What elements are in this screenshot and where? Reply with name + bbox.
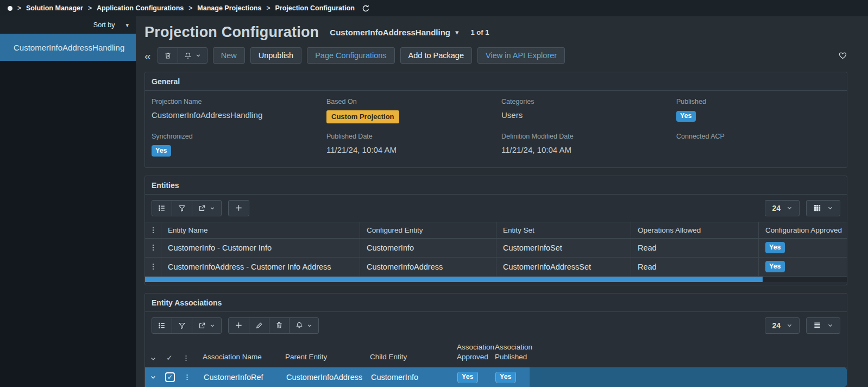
association-row-cells[interactable]: ✓ CustomerInfoRef CustomerInfoAddress Cu…	[145, 367, 530, 387]
column-header-entity-set[interactable]: Entity Set	[496, 222, 631, 238]
sidebar-item-label: CustomerInfoAddressHandling	[14, 43, 124, 52]
list-view-button[interactable]	[152, 201, 172, 216]
filter-button[interactable]	[172, 318, 192, 333]
entities-panel: Entities	[144, 176, 847, 285]
cell-child-entity: CustomerInfo	[362, 373, 449, 382]
cell-configuration-approved: Yes	[759, 239, 847, 257]
breadcrumb-projection-configuration[interactable]: Projection Configuration	[275, 4, 355, 12]
entities-panel-title: Entities	[145, 176, 847, 195]
filter-icon	[178, 322, 186, 329]
view-in-api-explorer-button[interactable]: View in API Explorer	[477, 47, 565, 64]
select-all-button[interactable]: ✓	[161, 353, 178, 367]
add-entity-button[interactable]	[229, 201, 249, 216]
column-header-configured-entity[interactable]: Configured Entity	[360, 222, 496, 238]
column-header-parent-entity[interactable]: Parent Entity	[276, 352, 361, 367]
entity-associations-panel: Entity Associations	[144, 293, 847, 387]
favorite-heart-icon[interactable]	[838, 51, 847, 60]
list-view-icon	[158, 322, 166, 329]
row-menu-button[interactable]	[145, 239, 161, 257]
entities-toolbar: 24	[145, 195, 847, 222]
kebab-icon	[183, 354, 190, 362]
add-to-package-button[interactable]: Add to Package	[400, 47, 472, 64]
record-selector[interactable]: CustomerInfoAddressHandling ▾	[330, 28, 458, 37]
page-configurations-button[interactable]: Page Configurations	[307, 47, 394, 64]
entities-view-group	[152, 200, 222, 216]
bell-icon	[184, 52, 192, 60]
list-view-button[interactable]	[152, 318, 172, 333]
field-connected-acp: Connected ACP	[676, 133, 840, 157]
entities-table-row[interactable]: CustomerInfoAddress - Customer Info Addr…	[145, 258, 847, 277]
entities-page-size-select[interactable]: 24	[765, 200, 800, 216]
grid-layout-icon	[813, 204, 821, 212]
chevron-down-icon	[150, 355, 156, 362]
field-value: CustomerInfoAddressHandling	[152, 110, 316, 122]
column-header-child-entity[interactable]: Child Entity	[361, 352, 448, 367]
export-dropdown-button[interactable]	[192, 201, 221, 216]
associations-page-size-select[interactable]: 24	[765, 317, 800, 334]
configuration-approved-badge: Yes	[765, 261, 785, 272]
cell-configured-entity: CustomerInfo	[360, 239, 496, 257]
entities-table-row[interactable]: CustomerInfo - Customer Info CustomerInf…	[145, 239, 847, 258]
field-projection-name: Projection Name CustomerInfoAddressHandl…	[152, 98, 316, 123]
row-expand-button[interactable]	[145, 374, 161, 380]
new-button[interactable]: New	[213, 47, 245, 64]
associations-table-row-selected[interactable]: ✓ CustomerInfoRef CustomerInfoAddress Cu…	[145, 367, 847, 387]
chevron-down-icon	[196, 53, 201, 58]
entities-table-header: Entity Name Configured Entity Entity Set…	[145, 222, 847, 239]
main-content: Projection Configuration CustomerInfoAdd…	[136, 16, 868, 387]
export-dropdown-button[interactable]	[192, 318, 221, 333]
add-association-button[interactable]	[229, 318, 249, 333]
notifications-dropdown-button[interactable]	[178, 48, 207, 63]
field-value: 11/21/24, 10:04 AM	[326, 145, 490, 157]
field-label: Published	[676, 98, 840, 105]
field-value	[676, 145, 840, 157]
synchronized-badge: Yes	[152, 145, 171, 157]
header-row-menu[interactable]	[145, 222, 161, 238]
actions-toolbar: « New Unpublish Page Configurations Add …	[136, 46, 868, 64]
column-header-operations-allowed[interactable]: Operations Allowed	[631, 222, 759, 238]
entity-associations-panel-title: Entity Associations	[145, 294, 847, 312]
chevron-down-icon	[150, 374, 156, 380]
column-header-association-published[interactable]: Association Published	[486, 342, 529, 367]
delete-association-button[interactable]	[269, 318, 289, 333]
edit-association-button[interactable]	[249, 318, 269, 333]
associations-layout-select[interactable]	[806, 317, 840, 334]
row-checkbox[interactable]: ✓	[161, 372, 179, 382]
horizontal-scrollbar[interactable]	[145, 277, 763, 282]
refresh-icon[interactable]	[362, 4, 370, 13]
column-header-entity-name[interactable]: Entity Name	[161, 222, 360, 238]
cell-configuration-approved: Yes	[759, 258, 847, 276]
sidebar-item-customerinfoaddresshandling[interactable]: CustomerInfoAddressHandling	[0, 34, 136, 61]
entities-layout-select[interactable]	[806, 200, 840, 216]
page-size-value: 24	[772, 204, 781, 213]
sort-by-control[interactable]: Sort by ▾	[0, 16, 136, 34]
cell-entity-set: CustomerInfoAddressSet	[496, 258, 631, 276]
cell-configured-entity: CustomerInfoAddress	[360, 258, 496, 276]
cell-association-published: Yes	[487, 372, 530, 383]
row-menu-button[interactable]	[145, 258, 161, 276]
chevron-down-icon	[210, 323, 215, 328]
delete-button[interactable]	[158, 48, 178, 63]
column-header-association-approved[interactable]: Association Approved	[448, 342, 486, 367]
breadcrumb-manage-projections[interactable]: Manage Projections	[197, 4, 261, 12]
add-entity-group	[228, 200, 249, 216]
filter-button[interactable]	[172, 201, 192, 216]
chevron-down-icon	[210, 205, 215, 211]
field-label: Connected ACP	[676, 133, 840, 140]
field-label: Projection Name	[152, 98, 316, 105]
title-row: Projection Configuration CustomerInfoAdd…	[136, 16, 868, 46]
collapse-sidebar-icon[interactable]: «	[144, 50, 151, 61]
expand-all-button[interactable]	[145, 355, 161, 367]
breadcrumb-solution-manager[interactable]: Solution Manager	[26, 4, 83, 12]
column-header-association-name[interactable]: Association Name	[194, 352, 276, 367]
notifications-dropdown-button[interactable]	[289, 318, 318, 333]
column-header-configuration-approved[interactable]: Configuration Approved	[759, 222, 847, 238]
field-label: Published Date	[326, 133, 490, 140]
unpublish-button[interactable]: Unpublish	[250, 47, 302, 64]
breadcrumb-application-configurations[interactable]: Application Configurations	[97, 4, 184, 12]
header-row-menu[interactable]	[178, 354, 194, 367]
bell-icon	[295, 321, 303, 329]
row-menu-button[interactable]	[179, 373, 195, 381]
field-categories: Categories Users	[501, 98, 665, 123]
plus-icon	[235, 204, 243, 212]
